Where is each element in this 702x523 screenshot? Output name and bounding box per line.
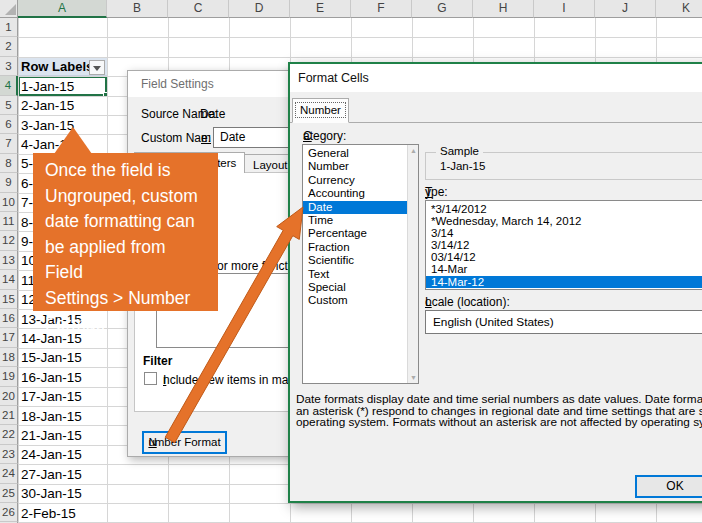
category-scrollbar[interactable]: ▲ ▼ xyxy=(407,145,418,383)
scroll-down-icon[interactable]: ▼ xyxy=(409,374,418,381)
row-header-23[interactable]: 23 xyxy=(0,445,18,464)
column-header-b[interactable]: B xyxy=(107,0,168,18)
category-item-scientific[interactable]: Scientific xyxy=(303,254,407,267)
category-item-currency[interactable]: Currency xyxy=(303,174,407,187)
type-item-1[interactable]: *Wednesday, March 14, 2012 xyxy=(426,215,702,227)
category-item-number[interactable]: Number xyxy=(303,160,407,173)
excel-screenshot: Row Labels ABCDEFGHIJK123456789101112131… xyxy=(0,0,702,523)
tab-strip-divider xyxy=(290,122,702,123)
row-header-11[interactable]: 11 xyxy=(0,212,18,231)
sample-label: Sample xyxy=(436,145,483,157)
row-header-4[interactable]: 4 xyxy=(0,76,18,95)
row-header-14[interactable]: 14 xyxy=(0,270,18,289)
cell-a24[interactable]: 27-Jan-15 xyxy=(21,467,82,486)
gridline-horizontal xyxy=(18,37,702,38)
row-header-21[interactable]: 21 xyxy=(0,406,18,425)
format-description-text: Date formats display date and time seria… xyxy=(296,394,702,429)
gridline-horizontal xyxy=(18,503,702,504)
column-header-j[interactable]: J xyxy=(595,0,656,18)
locale-dropdown[interactable]: English (United States) xyxy=(425,310,702,334)
chevron-down-icon xyxy=(93,66,101,71)
row-header-1[interactable]: 1 xyxy=(0,18,18,37)
column-header-e[interactable]: E xyxy=(290,0,351,18)
column-header-i[interactable]: I xyxy=(534,0,595,18)
cell-a4[interactable]: 1-Jan-15 xyxy=(21,79,74,98)
cell-a20[interactable]: 17-Jan-15 xyxy=(21,389,82,408)
category-label: Category: xyxy=(303,129,346,143)
type-item-4[interactable]: 03/14/12 xyxy=(426,251,702,263)
callout-pointer xyxy=(54,127,92,154)
row-header-18[interactable]: 18 xyxy=(0,348,18,367)
category-item-custom[interactable]: Custom xyxy=(303,294,407,307)
type-item-0[interactable]: *3/14/2012 xyxy=(426,203,702,215)
category-listbox[interactable]: GeneralNumberCurrencyAccountingDateTimeP… xyxy=(302,144,419,384)
row-header-13[interactable]: 13 xyxy=(0,251,18,270)
category-item-general[interactable]: General xyxy=(303,147,407,160)
type-item-5[interactable]: 14-Mar xyxy=(426,263,702,275)
cell-a19[interactable]: 16-Jan-15 xyxy=(21,370,82,389)
column-header-a[interactable]: A xyxy=(18,0,107,18)
custom-name-label: Custom Name: xyxy=(141,131,211,145)
include-new-items-checkbox[interactable] xyxy=(144,372,157,385)
select-all-corner[interactable] xyxy=(0,0,18,18)
row-header-17[interactable]: 17 xyxy=(0,328,18,347)
row-header-24[interactable]: 24 xyxy=(0,464,18,483)
select-all-triangle-icon xyxy=(5,4,16,15)
ok-button[interactable]: OK xyxy=(635,475,702,498)
category-item-time[interactable]: Time xyxy=(303,214,407,227)
sample-groupbox: Sample 1-Jan-15 xyxy=(425,152,702,180)
category-item-special[interactable]: Special xyxy=(303,281,407,294)
filter-section-label: Filter xyxy=(143,354,172,368)
row-header-6[interactable]: 6 xyxy=(0,115,18,134)
row-header-12[interactable]: 12 xyxy=(0,231,18,250)
category-item-fraction[interactable]: Fraction xyxy=(303,241,407,254)
sample-value: 1-Jan-15 xyxy=(440,160,485,172)
tab-number[interactable]: Number xyxy=(292,98,349,123)
column-header-k[interactable]: K xyxy=(656,0,702,18)
row-header-8[interactable]: 8 xyxy=(0,154,18,173)
row-header-25[interactable]: 25 xyxy=(0,484,18,503)
cell-a23[interactable]: 24-Jan-15 xyxy=(21,447,82,466)
row-header-10[interactable]: 10 xyxy=(0,193,18,212)
number-format-button[interactable]: Number Format xyxy=(142,431,227,454)
cell-a21[interactable]: 18-Jan-15 xyxy=(21,409,82,428)
cell-a25[interactable]: 30-Jan-15 xyxy=(21,486,82,505)
row-header-15[interactable]: 15 xyxy=(0,290,18,309)
row-header-3[interactable]: 3 xyxy=(0,57,18,76)
cell-a5[interactable]: 2-Jan-15 xyxy=(21,98,74,117)
row-header-2[interactable]: 2 xyxy=(0,37,18,56)
callout-note: Once the field is Ungrouped, custom date… xyxy=(33,153,218,311)
column-header-g[interactable]: G xyxy=(412,0,473,18)
cell-a22[interactable]: 21-Jan-15 xyxy=(21,428,82,447)
row-header-5[interactable]: 5 xyxy=(0,96,18,115)
row-header-22[interactable]: 22 xyxy=(0,425,18,444)
type-item-6[interactable]: 14-Mar-12 xyxy=(426,276,702,288)
format-cells-title: Format Cells xyxy=(298,71,369,85)
type-item-3[interactable]: 3/14/12 xyxy=(426,239,702,251)
row-header-9[interactable]: 9 xyxy=(0,173,18,192)
type-listbox[interactable]: *3/14/2012*Wednesday, March 14, 20123/14… xyxy=(425,200,702,290)
type-label: Type: xyxy=(425,185,448,199)
row-header-7[interactable]: 7 xyxy=(0,134,18,153)
scroll-up-icon[interactable]: ▲ xyxy=(409,147,418,154)
category-item-percentage[interactable]: Percentage xyxy=(303,227,407,240)
column-header-h[interactable]: H xyxy=(473,0,534,18)
gridline-horizontal xyxy=(18,57,702,58)
category-item-accounting[interactable]: Accounting xyxy=(303,187,407,200)
category-item-date[interactable]: Date xyxy=(303,201,407,214)
source-name-value: Date xyxy=(200,107,225,121)
pivot-filter-dropdown-button[interactable] xyxy=(89,60,105,75)
cell-a26[interactable]: 2-Feb-15 xyxy=(21,506,76,523)
row-header-26[interactable]: 26 xyxy=(0,503,18,522)
row-header-20[interactable]: 20 xyxy=(0,387,18,406)
row-header-16[interactable]: 16 xyxy=(0,309,18,328)
format-cells-dialog: Format Cells Number Category: GeneralNum… xyxy=(288,62,702,503)
column-header-f[interactable]: F xyxy=(351,0,412,18)
column-header-d[interactable]: D xyxy=(229,0,290,18)
field-settings-title: Field Settings xyxy=(141,77,214,91)
cell-a18[interactable]: 15-Jan-15 xyxy=(21,350,82,369)
type-item-2[interactable]: 3/14 xyxy=(426,227,702,239)
category-item-text[interactable]: Text xyxy=(303,268,407,281)
row-header-19[interactable]: 19 xyxy=(0,367,18,386)
column-header-c[interactable]: C xyxy=(168,0,229,18)
